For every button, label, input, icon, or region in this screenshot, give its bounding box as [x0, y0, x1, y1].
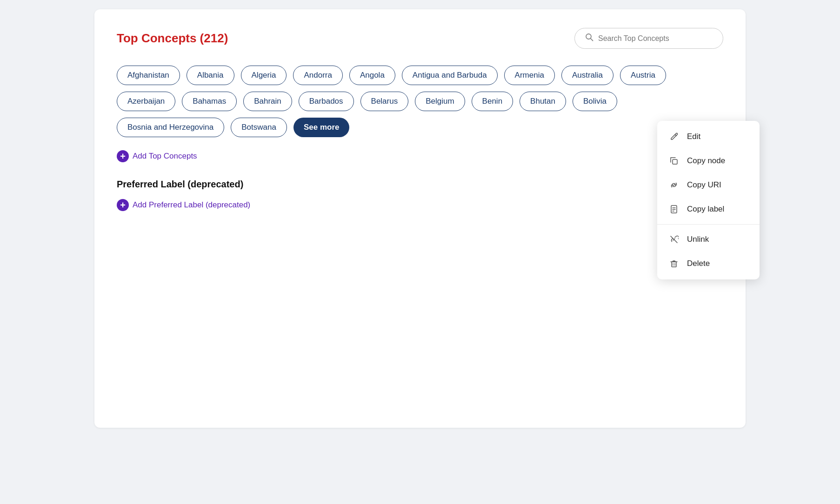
- search-input[interactable]: [598, 34, 713, 43]
- tag-item[interactable]: Bolivia: [573, 92, 617, 111]
- trash-icon: [668, 258, 680, 269]
- tag-item[interactable]: Botswana: [231, 118, 287, 137]
- link-icon: [668, 179, 680, 191]
- add-top-concepts-icon: +: [117, 150, 129, 162]
- search-box[interactable]: [574, 28, 723, 49]
- context-menu: EditCopy nodeCopy URICopy labelUnlinkDel…: [657, 121, 760, 279]
- context-menu-copy-node-label: Copy node: [687, 156, 725, 166]
- main-card: Top Concepts (212) AfghanistanAlbaniaAlg…: [94, 9, 746, 428]
- preferred-label-title: Preferred Label (deprecated): [117, 179, 723, 190]
- context-menu-unlink-label: Unlink: [687, 235, 709, 244]
- tag-item[interactable]: Austria: [620, 66, 666, 85]
- context-menu-copy-node[interactable]: Copy node: [657, 149, 760, 173]
- context-menu-link[interactable]: Copy URI: [657, 173, 760, 197]
- add-preferred-label-text: Add Preferred Label (deprecated): [133, 200, 250, 210]
- add-top-concepts-label: Add Top Concepts: [133, 152, 197, 161]
- add-preferred-label-icon: +: [117, 199, 129, 211]
- context-menu-trash[interactable]: Delete: [657, 252, 760, 276]
- svg-rect-3: [673, 159, 677, 164]
- pencil-icon: [668, 131, 680, 142]
- top-concepts-title: Top Concepts (212): [117, 31, 228, 46]
- see-more-button[interactable]: See more: [293, 118, 350, 137]
- tag-item[interactable]: Albania: [187, 66, 234, 85]
- tag-item[interactable]: Bhutan: [520, 92, 566, 111]
- context-menu-copy-label[interactable]: Copy label: [657, 197, 760, 221]
- tag-item[interactable]: Belgium: [415, 92, 465, 111]
- tag-item[interactable]: Bahamas: [182, 92, 237, 111]
- tag-item[interactable]: Azerbaijan: [117, 92, 175, 111]
- svg-line-1: [591, 39, 593, 41]
- copy-node-icon: [668, 155, 680, 166]
- context-menu-pencil[interactable]: Edit: [657, 125, 760, 149]
- tag-item[interactable]: Algeria: [241, 66, 287, 85]
- tag-item[interactable]: Armenia: [504, 66, 555, 85]
- tag-item[interactable]: Belarus: [360, 92, 409, 111]
- add-top-concepts-link[interactable]: + Add Top Concepts: [117, 150, 723, 162]
- tag-item[interactable]: Bosnia and Herzegovina: [117, 118, 224, 137]
- tag-item[interactable]: Australia: [561, 66, 613, 85]
- context-menu-pencil-label: Edit: [687, 132, 700, 141]
- preferred-label-section: Preferred Label (deprecated) + Add Prefe…: [117, 179, 723, 211]
- copy-label-icon: [668, 204, 680, 215]
- context-menu-link-label: Copy URI: [687, 180, 721, 190]
- context-menu-divider: [657, 224, 760, 225]
- tag-item[interactable]: Afghanistan: [117, 66, 180, 85]
- unlink-icon: [668, 234, 680, 245]
- tag-item[interactable]: Benin: [472, 92, 513, 111]
- context-menu-unlink[interactable]: Unlink: [657, 227, 760, 252]
- search-icon: [585, 33, 593, 44]
- tag-item[interactable]: Barbados: [299, 92, 354, 111]
- context-menu-trash-label: Delete: [687, 259, 710, 268]
- tag-item[interactable]: Andorra: [293, 66, 342, 85]
- tag-item[interactable]: Antigua and Barbuda: [402, 66, 498, 85]
- header-row: Top Concepts (212): [117, 28, 723, 49]
- tag-item[interactable]: Bahrain: [243, 92, 292, 111]
- context-menu-copy-label-label: Copy label: [687, 205, 724, 214]
- svg-rect-9: [672, 262, 676, 267]
- add-preferred-label-link[interactable]: + Add Preferred Label (deprecated): [117, 199, 723, 211]
- tags-container: AfghanistanAlbaniaAlgeriaAndorraAngolaAn…: [117, 66, 723, 137]
- tag-item[interactable]: Angola: [349, 66, 395, 85]
